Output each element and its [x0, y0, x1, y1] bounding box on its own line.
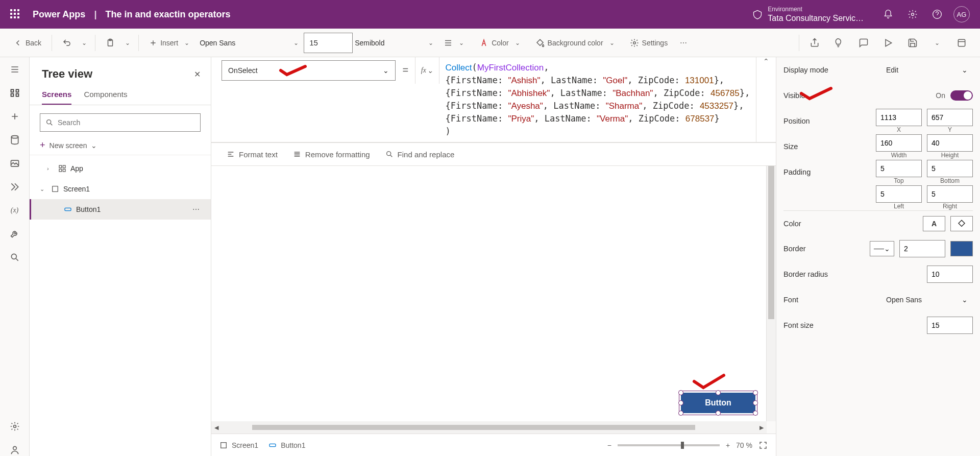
- new-screen-button[interactable]: + New screen ⌄: [30, 136, 211, 155]
- font-select[interactable]: Open Sans⌄: [200, 39, 302, 47]
- prop-font-select[interactable]: Open Sans⌄: [881, 296, 973, 304]
- breadcrumb-screen[interactable]: Screen1: [219, 441, 258, 449]
- align-button[interactable]: ⌄: [438, 33, 472, 53]
- back-button[interactable]: Back: [8, 33, 46, 53]
- plus-icon: +: [40, 140, 45, 151]
- hamburger-icon[interactable]: [9, 63, 21, 76]
- button-icon: [64, 205, 72, 213]
- selected-button-control[interactable]: Button: [681, 393, 755, 413]
- more-options-icon[interactable]: ⋯: [192, 205, 201, 213]
- app-launcher-icon[interactable]: [10, 9, 20, 19]
- canvas[interactable]: ◀▶ Button: [211, 166, 776, 434]
- paste-button[interactable]: [101, 33, 120, 53]
- border-color-swatch[interactable]: [950, 241, 973, 256]
- zoom-in-button[interactable]: +: [726, 441, 730, 449]
- format-text-button[interactable]: Format text: [227, 150, 278, 159]
- comments-icon[interactable]: [853, 33, 874, 53]
- save-menu[interactable]: ⌄: [927, 33, 947, 53]
- settings-rail-icon[interactable]: [9, 420, 21, 433]
- border-width-input[interactable]: [899, 240, 945, 257]
- help-icon[interactable]: [925, 0, 949, 29]
- height-input[interactable]: [927, 134, 973, 152]
- more-button[interactable]: ⋯: [675, 33, 692, 53]
- svg-point-0: [912, 13, 914, 16]
- width-input[interactable]: [876, 134, 922, 152]
- tools-icon[interactable]: [9, 228, 21, 240]
- flows-icon[interactable]: [9, 181, 21, 193]
- insert-rail-icon[interactable]: [9, 110, 21, 123]
- tree-node-app[interactable]: › App: [30, 158, 211, 179]
- font-weight-select[interactable]: Semibold⌄: [355, 39, 436, 47]
- notifications-icon[interactable]: [876, 0, 900, 29]
- position-x-input[interactable]: [876, 109, 922, 126]
- find-replace-button[interactable]: Find and replace: [385, 150, 455, 159]
- text-color-swatch[interactable]: A: [923, 216, 945, 231]
- fit-screen-icon[interactable]: [758, 441, 768, 450]
- settings-gear-icon[interactable]: [900, 0, 925, 29]
- zoom-slider[interactable]: [618, 444, 720, 446]
- search-rail-icon[interactable]: [9, 251, 21, 263]
- breadcrumb-control[interactable]: Button1: [268, 441, 305, 449]
- vertical-scrollbar[interactable]: [767, 166, 776, 421]
- tab-components[interactable]: Components: [84, 85, 127, 105]
- tree-search[interactable]: [40, 113, 201, 132]
- data-icon[interactable]: [9, 134, 21, 146]
- padding-top-input[interactable]: [876, 160, 922, 177]
- prop-font-label: Font: [783, 296, 876, 304]
- insert-button[interactable]: Insert ⌄: [144, 33, 198, 53]
- display-mode-select[interactable]: Edit⌄: [881, 66, 973, 74]
- formula-toolbar: Format text Remove formatting Find and r…: [211, 142, 776, 166]
- zoom-out-button[interactable]: −: [607, 441, 611, 449]
- settings-button[interactable]: Settings: [625, 33, 673, 53]
- checker-icon[interactable]: [829, 33, 849, 53]
- chevron-down-icon: ⌄: [40, 186, 47, 193]
- remove-formatting-button[interactable]: Remove formatting: [293, 150, 370, 159]
- visible-toggle[interactable]: [950, 90, 973, 101]
- border-style-select[interactable]: ── ⌄: [870, 241, 894, 256]
- bg-color-button[interactable]: Background color⌄: [530, 33, 623, 53]
- padding-bottom-input[interactable]: [927, 160, 973, 177]
- tree-view-icon[interactable]: [9, 87, 21, 99]
- prop-font-size-input[interactable]: [927, 317, 973, 334]
- app-header: Power Apps | The in and exactin operator…: [0, 0, 980, 29]
- variables-icon[interactable]: (x): [9, 204, 21, 217]
- chevron-down-icon: ⌄: [181, 39, 192, 46]
- user-avatar[interactable]: AG: [953, 6, 970, 22]
- virtual-agent-icon[interactable]: [9, 444, 21, 456]
- close-icon[interactable]: ✕: [194, 69, 201, 79]
- border-radius-input[interactable]: [927, 266, 973, 283]
- padding-right-input[interactable]: [927, 185, 973, 203]
- text-color-button[interactable]: Color⌄: [474, 33, 528, 53]
- media-icon[interactable]: [9, 157, 21, 170]
- play-icon[interactable]: [878, 33, 898, 53]
- fill-icon: [535, 38, 545, 47]
- environment-name: Tata Consultancy Servic…: [768, 13, 864, 23]
- gear-icon: [630, 38, 639, 47]
- fx-button[interactable]: fx⌄: [415, 57, 439, 84]
- formula-editor[interactable]: Collect(MyFirstCollection, {FirstName: "…: [439, 57, 757, 142]
- tree-view-title: Tree view: [42, 67, 92, 81]
- property-select[interactable]: OnSelect ⌄: [222, 60, 396, 81]
- publish-icon[interactable]: [951, 33, 972, 53]
- share-icon[interactable]: [804, 33, 825, 53]
- undo-menu[interactable]: ⌄: [79, 33, 90, 53]
- tab-screens[interactable]: Screens: [42, 85, 71, 105]
- horizontal-scrollbar[interactable]: ◀▶: [211, 421, 767, 434]
- text-color-picker[interactable]: [950, 216, 973, 231]
- search-input[interactable]: [58, 118, 195, 127]
- zoom-controls: − + 70 %: [607, 441, 768, 450]
- font-size-input[interactable]: [304, 33, 353, 53]
- position-y-input[interactable]: [927, 109, 973, 126]
- paste-menu[interactable]: ⌄: [122, 33, 133, 53]
- expand-formula-icon[interactable]: ⌃: [756, 57, 776, 65]
- plus-icon: [149, 39, 157, 47]
- save-icon[interactable]: [902, 33, 923, 53]
- undo-button[interactable]: [57, 33, 77, 53]
- clipboard-icon: [106, 38, 115, 47]
- padding-left-input[interactable]: [876, 185, 922, 203]
- environment-picker[interactable]: Environment Tata Consultancy Servic…: [752, 6, 864, 23]
- tree-node-screen1[interactable]: ⌄ Screen1: [30, 179, 211, 199]
- tree-node-button1[interactable]: Button1 ⋯: [30, 199, 211, 220]
- chevron-down-icon: ⌄: [91, 141, 97, 150]
- font-value: Open Sans: [200, 39, 235, 47]
